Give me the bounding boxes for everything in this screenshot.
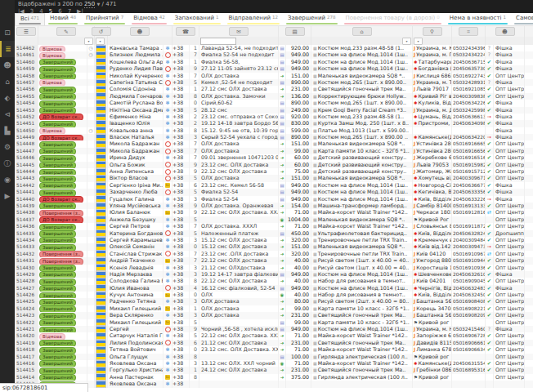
client-phone[interactable]: +38 [172, 114, 190, 120]
table-row[interactable]: 514437ДО Возврат ск..Анжела Безушку✻+385… [15, 216, 533, 223]
client-name[interactable]: Лилия Подолинская [108, 340, 163, 346]
phone-icon[interactable]: ☎ [176, 27, 195, 36]
table-row[interactable]: 514453ЗавершенийНікітіна Оксана Дми..✻+3… [15, 107, 533, 114]
pin-icon[interactable]: ⚲ [423, 27, 442, 36]
client-phone[interactable]: +38 [172, 182, 190, 189]
client-phone[interactable]: +38 [172, 162, 190, 168]
table-row[interactable]: 514433ЗавершенийОлексій Семанін✻+38015.1… [15, 243, 533, 250]
table-row[interactable]: 514459ЗавершенийРуденко Лидия Пав..+3892… [15, 65, 533, 72]
client-phone[interactable]: +38 [172, 209, 190, 216]
table-row[interactable]: 514439ЗавершенийУляна Мусійовська✻+389ОЛ… [15, 203, 533, 209]
client-name[interactable]: Андрій Ткаченко [108, 257, 163, 264]
client-phone[interactable]: +38 [172, 374, 190, 381]
table-row[interactable]: 514415ЗавершенийГоргулько Христина..✻+38… [15, 367, 533, 373]
sidebar-item-settings[interactable]: ⚙ [0, 139, 15, 155]
tab-5[interactable]: Запакований1 [170, 13, 224, 25]
client-name[interactable]: Анна Липенська [108, 168, 163, 175]
client-name[interactable]: Николай Кучеренко [108, 73, 163, 79]
client-phone[interactable]: +38 [172, 79, 190, 86]
client-name[interactable]: Нікітіна Оксана Дми.. [108, 107, 163, 114]
client-phone[interactable]: +38 [172, 93, 190, 100]
table-row[interactable]: 514442ЗавершенийСергієнко Іріна Ми..1c+3… [15, 182, 533, 189]
client-name[interactable]: Уляна Мусійовська [108, 203, 163, 209]
client-name[interactable]: Олексій Семанін [108, 243, 163, 250]
sidebar-item-stats[interactable]: ▙ [0, 122, 15, 139]
client-name[interactable]: Власюк Наталья [108, 134, 163, 140]
client-name[interactable]: Надія Мерзаєва [108, 271, 163, 278]
client-phone[interactable]: +38 [172, 148, 190, 154]
table-row[interactable]: 514413ЗавершенийЯковлева Оксана✻+38 [15, 381, 533, 387]
country-filter-dropdown[interactable]: ▾ [96, 38, 105, 45]
client-name[interactable]: Ирина Дидух [108, 154, 163, 161]
client-name[interactable]: Сергей Карамышев [108, 237, 163, 243]
client-phone[interactable]: +38 [172, 154, 190, 161]
table-row[interactable]: 514449ДО Возврат ск..Власюк Наталья✻+383… [15, 134, 533, 140]
table-row[interactable]: 514430ЗавершенийКсенія Леваднія✻+38321.1… [15, 265, 533, 271]
client-phone[interactable]: +38 [172, 265, 190, 271]
client-name[interactable]: Близнюк Людмила .. [108, 51, 163, 58]
client-name[interactable]: Іващенко Юлія [108, 120, 163, 127]
table-row[interactable]: 514432Повернення (з..Станіслав Стрижак+3… [15, 251, 533, 257]
client-phone[interactable]: +38 [172, 51, 190, 58]
tab-10[interactable]: Самовивіз2 [511, 13, 533, 25]
client-name[interactable]: Ковальова анна [108, 127, 163, 134]
chat-icon[interactable]: ✉ [229, 27, 249, 36]
client-phone[interactable]: +38 [172, 134, 190, 140]
client-phone[interactable]: +38 [172, 196, 190, 203]
client-phone[interactable]: +38 [172, 237, 190, 243]
table-row[interactable]: 514424ЗавершенийМихаил Гилецький1c+381ОЛ… [15, 305, 533, 312]
table-row[interactable]: 514461Відмова◷Близнюк Людмила ..+387Фиал… [15, 51, 533, 58]
client-name[interactable]: Анжела Безушку [108, 216, 163, 223]
client-name[interactable]: Ольга Глущук [108, 354, 163, 360]
table-row[interactable]: 514448ЗавершенийМикола Бадражан+387ОЛХ д… [15, 140, 533, 147]
sidebar-item-orders[interactable]: ≣ [0, 41, 15, 57]
edit-icon[interactable]: ✎ [56, 27, 76, 36]
tab-3[interactable]: Прийнятий7 [81, 13, 128, 25]
table-row[interactable]: 514426ЗавершенийКучук Антонина1c+380ОЛХ◉… [15, 292, 533, 298]
tab-1[interactable]: Всі471 [15, 13, 45, 25]
client-phone[interactable]: +38 [172, 73, 190, 79]
client-phone[interactable]: +38 [172, 65, 190, 72]
client-phone[interactable]: +38 [172, 86, 190, 92]
sidebar-item-dashboard[interactable]: ⊡ [0, 24, 15, 41]
client-name[interactable]: Вера Скляренко [108, 312, 163, 318]
bag-icon[interactable]: ⌂ [352, 27, 372, 36]
sidebar-item-company[interactable]: ⌂ [0, 74, 15, 90]
table-row[interactable]: 514425ЗавершенийРадченко Тетяна✻+383ОЛХ … [15, 298, 533, 305]
client-phone[interactable]: +38 [172, 230, 190, 237]
table-row[interactable]: 514419ЗавершенийЛилия Подолинская+38621.… [15, 340, 533, 346]
client-name[interactable]: Анна Пастернак [108, 374, 163, 381]
table-row[interactable]: 514457ВідмоваСапегіна Татьяна С..+385Кем… [15, 79, 533, 86]
sidebar-item-payments[interactable]: ⬖ [0, 90, 15, 106]
sidebar-item-info[interactable]: ⓘ [0, 155, 15, 172]
table-row[interactable]: 514446ЗавершенийИрина Дидух✻+38709.01 зв… [15, 154, 533, 161]
client-name[interactable]: Захарченко Люба [108, 189, 163, 195]
sidebar-item-video[interactable]: ▶ [0, 188, 15, 204]
person-icon[interactable]: ☻ [495, 27, 515, 36]
client-name[interactable]: Сергей Петров [108, 223, 163, 229]
tab-6[interactable]: Відправлений12 [224, 13, 283, 25]
client-phone[interactable]: +38 [172, 367, 190, 373]
client-phone[interactable]: +38 [172, 319, 190, 326]
people-icon[interactable]: ☻ [130, 27, 150, 36]
client-phone[interactable]: +38 [172, 107, 190, 114]
client-phone[interactable]: +38 [172, 243, 190, 250]
table-row[interactable]: 514445ЗавершенийОльга Божик+38923.12 смс… [15, 162, 533, 168]
client-name[interactable]: Яковлева Оксана [108, 360, 163, 367]
client-name[interactable]: Юлия Баланюк [108, 209, 163, 216]
table-row[interactable]: 514420ВідмоваСитарчук Наталія Гр..✻+3852… [15, 332, 533, 339]
client-name[interactable]: Ситарчук Наталія Гр.. [108, 332, 163, 339]
table-row[interactable]: 514421ЗавершенийСергей+389Чорний ,56-58 … [15, 326, 533, 332]
client-name[interactable]: Юлия Иванова [108, 285, 163, 292]
scan-icon[interactable]: ⌗ [459, 27, 478, 36]
client-phone[interactable]: +38 [172, 59, 190, 65]
client-phone[interactable]: +38 [172, 127, 190, 134]
client-phone[interactable]: +38 [172, 381, 190, 387]
table-row[interactable]: 514434ЗавершенийСергей Карамышев✻+38315.… [15, 237, 533, 243]
money-icon[interactable]: ▤ [285, 27, 305, 36]
table-row[interactable]: 514452ДО Возврат ск..Єфименко Ніна✻+3822… [15, 114, 533, 120]
sidebar-item-clients[interactable]: ☻ [0, 57, 15, 74]
client-name[interactable]: Сергей [108, 326, 163, 332]
client-phone[interactable]: +38 [172, 216, 190, 223]
client-phone[interactable]: +38 [172, 332, 190, 339]
